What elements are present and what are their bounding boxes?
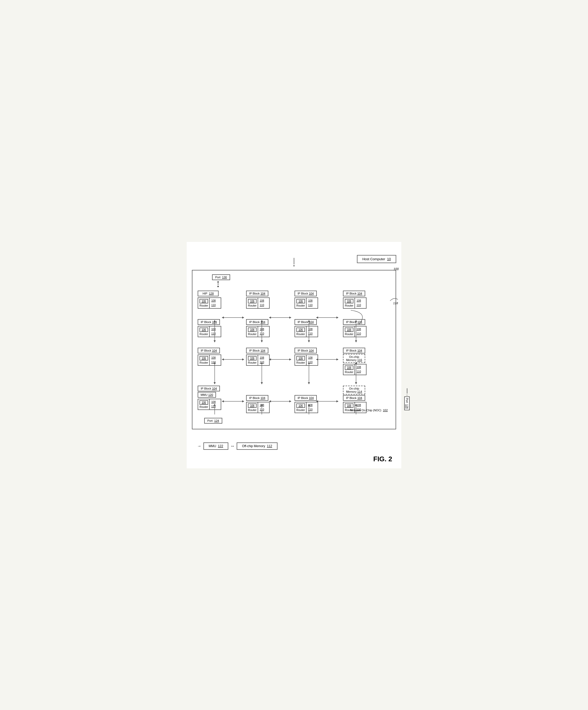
ip-block-4-2: IP Block 104 — [246, 395, 268, 401]
ip-block-2-2: IP Block 104 — [246, 319, 268, 325]
cell-4-3: IP Block 104 106 Router 108 110 — [293, 384, 342, 415]
router-num-3-4: 108 110 — [354, 364, 362, 375]
cell-1-4: IP Block 104 106 Router 108 110 — [342, 289, 390, 310]
port-130-section: Port 130 ▲ ▼ — [212, 275, 392, 288]
ip-block-1-4: IP Block 104 — [343, 291, 365, 297]
iface-4-3: 106 — [296, 403, 305, 408]
cell-4-1: IP Block 104 MMU 120 106 Router — [196, 384, 245, 415]
svg-marker-34 — [261, 382, 263, 384]
iface-3-2: 106 — [248, 356, 257, 360]
iface-4-2: 106 — [248, 403, 257, 408]
iface-1-3: 106 — [296, 299, 305, 303]
router-label-4-2: 106 Router — [246, 402, 258, 412]
router-num-1-4: 108 110 — [354, 298, 362, 308]
svg-marker-10 — [214, 340, 216, 342]
router-box-4-2: 106 Router 108 110 — [246, 402, 269, 413]
page: Host Computer 10 ▼ 100 Port 130 ▲ ▼ — [187, 242, 401, 468]
router-num-3-2: 108 110 — [258, 355, 266, 365]
router-box-2-3: 106 Router 108 110 — [295, 326, 318, 337]
router-box-3-3: 106 Router 108 110 — [295, 354, 318, 366]
row-3: IP Block 104 106 Router 108 110 — [196, 346, 392, 376]
router-box-1-2: 106 Router 108 110 — [246, 298, 269, 309]
router-label-4-1: 106 Router — [198, 399, 209, 409]
router-num-3-1: 108 110 — [209, 355, 217, 365]
port-124-label: Port — [207, 419, 213, 422]
cell-1-3: IP Block 104 106 Router 108 110 — [293, 289, 342, 310]
host-computer-ref: 10 — [387, 257, 391, 261]
host-computer-box: Host Computer 10 — [357, 255, 396, 263]
ip-block-2-3: IP Block 104 — [295, 319, 317, 325]
router-num-1-1: 108 110 — [209, 298, 217, 308]
cell-3-2: IP Block 104 106 Router 108 110 — [245, 346, 293, 376]
ip-block-2-4: IP Block 104 — [343, 319, 365, 325]
bottom-arrow-right-1: → — [197, 444, 201, 448]
router-num-2-3: 108 110 — [306, 327, 314, 337]
ip-block-3-1: IP Block 104 — [198, 348, 220, 353]
router-label-4-3: 106 Router — [295, 402, 306, 412]
router-box-2-1: 106 Router 108 110 — [198, 326, 221, 337]
iface-1-1: 106 — [199, 299, 208, 303]
iface-2-2: 106 — [248, 328, 257, 332]
port-128-ref: 128 — [405, 404, 408, 409]
on-chip-memory-116: On-chipMemory 116 — [343, 354, 365, 363]
router-label-3-3: 106 Router — [295, 355, 306, 365]
router-box-1-1: 106 Router 108 110 — [198, 298, 221, 309]
bottom-section: → MMU 122 ↔ Off-chip Memory 112 — [194, 443, 396, 452]
cell-1-1: HIP 128 106 Router 108 110 — [196, 289, 245, 310]
router-box-3-2: 106 Router 108 110 — [246, 354, 269, 366]
router-box-1-4: 106 Router 108 110 — [343, 298, 367, 309]
port-128-box: Port 128 — [404, 396, 410, 410]
iface-2-1: 106 — [199, 328, 208, 332]
bottom-row: → MMU 122 ↔ Off-chip Memory 112 — [197, 443, 278, 450]
on-chip-memory-114: On-chipMemory 114 — [343, 386, 365, 395]
noc-outer-ref: 100 — [394, 267, 399, 271]
cell-2-2: IP Block 104 106 Router 108 110 — [245, 318, 293, 338]
svg-marker-31 — [214, 382, 216, 384]
mmu-122-ref: 122 — [218, 444, 223, 448]
ip-block-2-1: IP Block 104 — [198, 319, 220, 325]
router-num-1-3: 108 110 — [306, 298, 314, 308]
ip-block-4-3: IP Block 104 — [295, 395, 317, 401]
ip-block-4-4: IP Block 104 — [343, 395, 365, 401]
router-num-4-1: 108 110 — [209, 399, 217, 409]
port-130-arrows: ▲ ▼ — [217, 280, 219, 288]
iface-2-4: 106 — [345, 328, 353, 332]
cell-4-2: IP Block 104 106 Router 108 110 — [245, 384, 293, 415]
hip-block: HIP 128 — [198, 291, 219, 297]
host-arrow-line — [294, 258, 294, 264]
iface-1-4: 106 — [345, 299, 353, 303]
router-num-1-2: 108 110 — [258, 298, 266, 308]
row-1: HIP 128 106 Router 108 110 — [196, 289, 392, 310]
figure-label: FIG. 2 — [192, 455, 396, 463]
mmu-122-label: MMU — [209, 444, 216, 448]
router-box-3-1: 106 Router 108 110 — [198, 354, 221, 366]
row-2: IP Block 104 106 Router 108 110 — [196, 318, 392, 338]
router-box-3-4: 106 Router 108 110 — [343, 364, 367, 375]
svg-marker-16 — [308, 340, 310, 342]
cell-2-4: IP Block 104 106 Router 108 110 — [342, 318, 390, 338]
noc-ref: 102 — [383, 409, 388, 412]
router-label-2-4: 106 Router — [344, 327, 354, 337]
router-label-2-3: 106 Router — [295, 327, 306, 337]
host-arrow-down: ▼ — [293, 264, 295, 267]
noc-label: Network On Chip (NOC) 102 — [350, 409, 388, 412]
iface-3-1: 106 — [199, 356, 208, 360]
ip-block-1-2: IP Block 104 — [246, 291, 268, 297]
router-box-4-1: 106 Router 108 110 — [198, 399, 221, 410]
iface-1-2: 106 — [248, 299, 257, 303]
ref-118: 118 — [393, 302, 398, 305]
router-num-4-2: 108 110 — [258, 402, 266, 412]
router-box-4-3: 106 Router 108 110 — [295, 402, 318, 413]
cell-2-3: IP Block 104 106 Router 108 110 — [293, 318, 342, 338]
cell-2-1: IP Block 104 106 Router 108 110 — [196, 318, 245, 338]
ip-block-4-1: IP Block 104 — [198, 386, 220, 392]
router-label-2-1: 106 Router — [198, 327, 209, 337]
router-label-2-2: 106 Router — [246, 327, 258, 337]
cell-1-2: IP Block 104 106 Router 108 110 — [245, 289, 293, 310]
port-130-box: Port 130 — [212, 275, 230, 280]
cell-3-1: IP Block 104 106 Router 108 110 — [196, 346, 245, 376]
router-label-1-4: 106 Router — [344, 298, 354, 308]
iface-2-3: 106 — [296, 328, 305, 332]
router-num-2-4: 108 110 — [354, 327, 362, 337]
noc-text: Network On Chip (NOC) — [350, 409, 381, 412]
